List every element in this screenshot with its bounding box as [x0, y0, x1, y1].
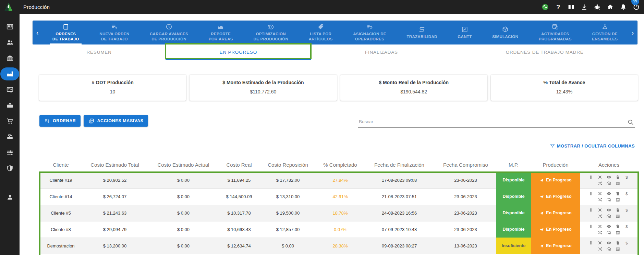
- money-icon[interactable]: [624, 207, 629, 213]
- pause-icon[interactable]: [588, 191, 594, 196]
- cell-costo-estimado-total: $ 20,902.52: [82, 172, 147, 188]
- table-header-row: ClienteCosto Estimado TotalCosto Estimad…: [39, 157, 638, 172]
- tab-gestion-de-ensambles[interactable]: GESTIÓN DE ENSAMBLES: [582, 21, 628, 44]
- warehouse-icon-item[interactable]: [0, 51, 20, 66]
- money-icon[interactable]: [624, 240, 629, 245]
- person-icon-item[interactable]: [0, 190, 20, 205]
- warehouse-icon[interactable]: [606, 181, 611, 186]
- column-header: M.P.: [496, 162, 531, 168]
- download-icon[interactable]: [581, 3, 588, 11]
- shuffle-icon[interactable]: [597, 197, 603, 202]
- help-icon[interactable]: [555, 3, 562, 11]
- pause-icon[interactable]: [588, 240, 594, 245]
- register-icon[interactable]: [615, 214, 620, 219]
- people-icon-item[interactable]: [0, 35, 20, 50]
- cancel-icon[interactable]: [597, 175, 603, 180]
- sort-button[interactable]: ORDENAR: [39, 115, 81, 127]
- shuffle-icon[interactable]: [597, 230, 603, 235]
- tabs-scroll-right-icon[interactable]: ›: [628, 21, 637, 44]
- certificate-icon-item[interactable]: [0, 82, 20, 97]
- factory-icon-item[interactable]: [0, 66, 20, 81]
- warehouse-icon[interactable]: [606, 214, 611, 219]
- register-icon[interactable]: [615, 181, 620, 186]
- column-header: Producción: [531, 162, 580, 168]
- shuffle-icon[interactable]: [597, 181, 603, 186]
- pause-icon[interactable]: [588, 207, 594, 213]
- pause-icon[interactable]: [588, 224, 594, 229]
- view-icon[interactable]: [606, 240, 611, 245]
- money-icon[interactable]: [624, 175, 629, 180]
- delete-icon[interactable]: [615, 175, 620, 180]
- delete-icon[interactable]: [615, 207, 620, 213]
- table-row: Cliente #14 $ 26,724.07 $ 0.00 $ 144,500…: [39, 188, 638, 205]
- shield-icon-item[interactable]: [0, 161, 20, 176]
- view-icon[interactable]: [606, 175, 611, 180]
- cell-acciones: [580, 205, 638, 221]
- sliders-icon-item[interactable]: [0, 145, 20, 160]
- money-icon[interactable]: [624, 191, 629, 196]
- cancel-icon[interactable]: [597, 191, 603, 196]
- table-row: Cliente #5 $ 21,243.63 $ 0.00 $ 10,317.7…: [39, 205, 638, 221]
- subtab-ordenes-madre[interactable]: ORDENES DE TRABAJO MADRE: [452, 44, 637, 60]
- cancel-icon[interactable]: [597, 240, 603, 245]
- documentation-icon[interactable]: [568, 3, 575, 11]
- cell-fecha-compromiso: 13-06-2023: [435, 238, 496, 254]
- cash-register-icon-item[interactable]: [0, 129, 20, 144]
- cell-acciones: [580, 221, 638, 238]
- bug-report-icon[interactable]: [594, 3, 601, 11]
- cell-acciones: [580, 238, 638, 254]
- newspaper-icon-item[interactable]: [0, 19, 20, 34]
- tab-trazabilidad[interactable]: TRAZABILIDAD: [397, 21, 448, 44]
- cancel-icon[interactable]: [597, 224, 603, 229]
- tab-gantt[interactable]: GANTT: [448, 21, 482, 44]
- delete-icon[interactable]: [615, 224, 620, 229]
- search-input[interactable]: [358, 116, 635, 128]
- view-icon[interactable]: [606, 191, 611, 196]
- warehouse-icon[interactable]: [606, 230, 611, 235]
- cell-costo-estimado-total: $ 26,724.07: [82, 188, 147, 205]
- tab-actividades-programadas[interactable]: ACTIVIDADES PROGRAMADAS: [528, 21, 582, 44]
- column-header: Costo Estimado Total: [82, 162, 147, 168]
- tabs-scroll-left-icon[interactable]: ‹: [33, 21, 42, 44]
- delete-icon[interactable]: [615, 240, 620, 245]
- tab-asignacion-operadores[interactable]: ASIGNACION DE OPERADORES: [343, 21, 396, 44]
- rocket-icon: [539, 194, 544, 199]
- subtab-finalizadas[interactable]: FINALIZADAS: [311, 44, 452, 60]
- subtab-en-progreso[interactable]: EN PROGRESO: [166, 44, 311, 60]
- delete-icon[interactable]: [615, 191, 620, 196]
- warehouse-icon[interactable]: [606, 197, 611, 202]
- cell-costo-reposicion: $ 12,857.00: [259, 221, 317, 238]
- register-icon[interactable]: [615, 230, 620, 235]
- pause-icon[interactable]: [588, 175, 594, 180]
- register-icon[interactable]: [615, 197, 620, 202]
- register-icon[interactable]: [615, 246, 620, 252]
- toggle-columns-link[interactable]: MOSTRAR / OCULTAR COLUMNAS: [550, 143, 635, 149]
- bulk-actions-button[interactable]: ACCIONES MASIVAS: [84, 115, 148, 127]
- cart-icon-item[interactable]: [0, 114, 20, 129]
- tab-cargar-avances[interactable]: CARGAR AVANCES DE PRODUCCIÓN: [139, 21, 198, 44]
- tab-lista-por-articulos[interactable]: LISTA POR ARTÍCULOS: [299, 21, 343, 44]
- notification-count: 99: [633, 0, 637, 3]
- cell-produccion: En Progreso: [531, 238, 580, 254]
- tab-ordenes-de-trabajo[interactable]: ORDENES DE TRABAJO: [42, 21, 89, 44]
- view-icon[interactable]: [606, 207, 611, 213]
- tab-nueva-orden-de-trabajo[interactable]: NUEVA ORDEN DE TRABAJO: [89, 21, 139, 44]
- money-icon[interactable]: [624, 224, 629, 229]
- shuffle-icon[interactable]: [597, 246, 603, 252]
- cell-costo-estimado-actual: $ 0.00: [147, 188, 219, 205]
- warehouse-icon[interactable]: [606, 246, 611, 252]
- tab-reporte-por-areas[interactable]: REPORTE POR ÁREAS: [198, 21, 243, 44]
- tab-simulacion[interactable]: SIMULACIÓN: [482, 21, 528, 44]
- home-icon[interactable]: [607, 3, 614, 11]
- globe-icon[interactable]: [542, 3, 549, 11]
- subtab-resumen[interactable]: RESUMEN: [33, 44, 166, 60]
- notifications-icon[interactable]: [620, 3, 627, 11]
- view-icon[interactable]: [606, 224, 611, 229]
- search-icon[interactable]: [627, 119, 634, 126]
- column-header: Cliente: [39, 162, 82, 168]
- tab-optimizacion[interactable]: OPTIMIZACIÓN DE PRODUCCIÓN: [243, 21, 299, 44]
- cancel-icon[interactable]: [597, 207, 603, 213]
- toolbox-icon-item[interactable]: [0, 98, 20, 113]
- shuffle-icon[interactable]: [597, 214, 603, 219]
- cell-mp: Disponible: [496, 221, 531, 238]
